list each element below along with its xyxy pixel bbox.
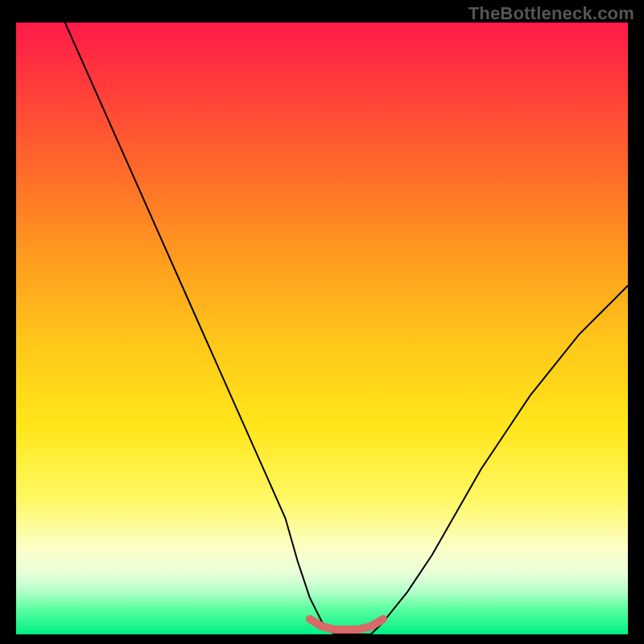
bottleneck-curve <box>65 23 628 634</box>
watermark-text: TheBottleneck.com <box>469 3 634 24</box>
curve-svg <box>16 23 628 634</box>
gradient-plot-area <box>16 23 628 634</box>
chart-frame: TheBottleneck.com <box>0 0 644 644</box>
